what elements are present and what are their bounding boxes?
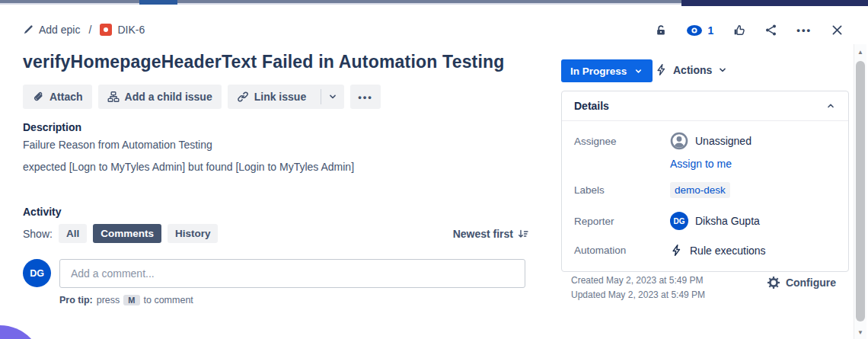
configure-button[interactable]: Configure xyxy=(767,277,836,289)
reporter-label: Reporter xyxy=(574,216,670,227)
automation-row: Automation Rule executions xyxy=(574,244,836,257)
actions-label: Actions xyxy=(673,64,712,76)
eye-icon xyxy=(686,24,703,37)
label-chip[interactable]: demo-desk xyxy=(670,182,730,198)
issue-view: Add epic / DIK-6 1 xyxy=(0,0,868,339)
labels-row: Labels demo-desk xyxy=(574,182,836,198)
reporter-value: Diksha Gupta xyxy=(695,215,760,227)
automation-label: Automation xyxy=(574,245,670,256)
ellipsis-icon: ••• xyxy=(358,91,373,103)
details-panel-header[interactable]: Details xyxy=(562,91,848,121)
chevron-up-icon xyxy=(825,101,836,111)
sort-label: Newest first xyxy=(453,228,513,240)
link-issue-label: Link issue xyxy=(254,91,306,103)
child-issue-icon xyxy=(107,91,120,103)
unlock-icon xyxy=(655,24,667,37)
attach-label: Attach xyxy=(49,91,83,103)
add-epic-label: Add epic xyxy=(39,24,80,36)
description-line-1[interactable]: Failure Reason from Automation Testing xyxy=(23,139,212,151)
reporter-avatar: DG xyxy=(670,212,688,230)
description-heading: Description xyxy=(23,121,81,133)
breadcrumb-separator: / xyxy=(87,24,93,36)
comment-protip: Pro tip: press M to comment xyxy=(59,295,193,305)
link-issue-dropdown-button[interactable] xyxy=(321,89,344,104)
link-issue-button[interactable]: Link issue xyxy=(228,85,315,109)
details-heading: Details xyxy=(574,100,609,112)
help-fab-button[interactable] xyxy=(0,325,43,339)
reporter-field[interactable]: DG Diksha Gupta xyxy=(670,212,760,230)
activity-heading: Activity xyxy=(23,206,62,218)
automation-value: Rule executions xyxy=(690,245,766,257)
assignee-value: Unassigned xyxy=(695,135,752,147)
more-actions-button[interactable]: ••• xyxy=(796,24,812,36)
add-epic-button[interactable]: Add epic xyxy=(23,24,80,36)
filter-comments[interactable]: Comments xyxy=(93,224,161,243)
details-panel: Details Assignee Unassigned Assign to me… xyxy=(561,91,849,272)
assignee-row: Assignee Unassigned xyxy=(574,132,836,150)
sort-descending-icon xyxy=(517,228,529,240)
protip-suffix: to comment xyxy=(144,295,193,305)
add-child-issue-label: Add a child issue xyxy=(125,91,212,103)
issue-header-actions: 1 ••• xyxy=(655,24,844,37)
configure-label: Configure xyxy=(786,277,836,289)
link-icon xyxy=(237,91,249,103)
gear-icon xyxy=(767,277,780,289)
scrollbar-thumb[interactable] xyxy=(856,61,865,321)
description-line-2[interactable]: expected [Logn to MyTyles Admin] but fou… xyxy=(23,161,354,173)
bug-icon xyxy=(100,24,112,36)
filter-history[interactable]: History xyxy=(168,224,219,243)
breadcrumb: Add epic / DIK-6 xyxy=(23,24,145,36)
like-button[interactable] xyxy=(732,24,745,37)
rule-executions-link[interactable]: Rule executions xyxy=(670,244,766,257)
assignee-field[interactable]: Unassigned xyxy=(670,132,752,150)
lightning-icon xyxy=(655,63,668,76)
unassigned-avatar-icon xyxy=(670,132,688,150)
comment-input[interactable] xyxy=(59,259,525,288)
lightning-icon xyxy=(670,244,683,257)
unlock-button[interactable] xyxy=(655,24,667,37)
close-button[interactable] xyxy=(831,24,844,37)
created-timestamp: Created May 2, 2023 at 5:49 PM xyxy=(571,275,703,286)
protip-press: press xyxy=(97,295,120,305)
filter-all[interactable]: All xyxy=(59,224,87,243)
scroll-down-arrow-icon[interactable]: ▼ xyxy=(854,329,866,336)
details-panel-body: Assignee Unassigned Assign to me Labels … xyxy=(562,121,848,257)
toolbar-more-button[interactable]: ••• xyxy=(350,85,381,109)
current-user-avatar: DG xyxy=(23,259,51,287)
issue-toolbar: Attach Add a child issue Link issue ••• xyxy=(23,85,381,109)
chevron-down-icon xyxy=(633,66,643,76)
pencil-icon xyxy=(23,24,34,35)
status-label: In Progress xyxy=(570,66,627,77)
close-icon xyxy=(831,24,844,37)
assign-to-me-link[interactable]: Assign to me xyxy=(670,158,732,170)
share-icon xyxy=(764,24,777,37)
protip-key: M xyxy=(123,295,139,305)
status-dropdown[interactable]: In Progress xyxy=(561,59,653,82)
browser-strip-navy xyxy=(681,0,868,6)
chevron-down-icon xyxy=(327,91,338,102)
share-button[interactable] xyxy=(764,24,777,37)
link-issue-split-button: Link issue xyxy=(228,85,344,109)
browser-strip-accent xyxy=(139,0,177,5)
paperclip-icon xyxy=(32,91,44,103)
assignee-label: Assignee xyxy=(574,136,670,147)
actions-dropdown[interactable]: Actions xyxy=(655,63,728,76)
watch-count: 1 xyxy=(708,24,714,37)
issue-key-label: DIK-6 xyxy=(117,24,145,36)
watch-button[interactable]: 1 xyxy=(686,24,714,37)
activity-filter-bar: Show: All Comments History Newest first xyxy=(23,224,529,243)
protip-label: Pro tip: xyxy=(59,295,93,305)
issue-title[interactable]: verifyHomepageHeaderText Failed in Autom… xyxy=(23,52,541,72)
updated-timestamp: Updated May 2, 2023 at 5:49 PM xyxy=(571,289,705,300)
scroll-up-arrow-icon[interactable]: ▲ xyxy=(854,49,866,56)
ellipsis-icon: ••• xyxy=(796,24,812,36)
issue-key-link[interactable]: DIK-6 xyxy=(100,24,145,36)
attach-button[interactable]: Attach xyxy=(23,85,92,109)
labels-label: Labels xyxy=(574,184,670,196)
add-child-issue-button[interactable]: Add a child issue xyxy=(98,85,222,109)
reporter-row: Reporter DG Diksha Gupta xyxy=(574,212,836,230)
sort-order-button[interactable]: Newest first xyxy=(453,228,529,240)
scrollbar: ▲ ▼ xyxy=(854,44,866,339)
thumbs-up-icon xyxy=(732,24,745,37)
chevron-down-icon xyxy=(717,65,728,75)
